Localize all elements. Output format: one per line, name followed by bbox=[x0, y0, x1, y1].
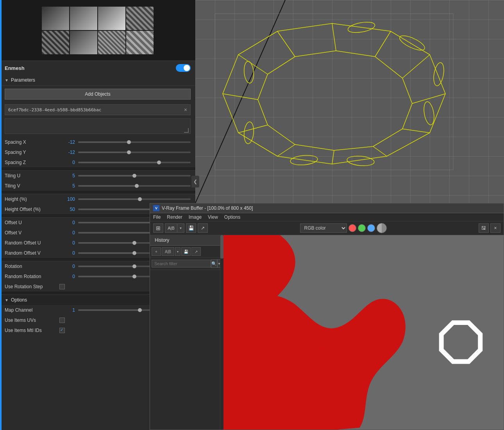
spacing-x-value: -12 bbox=[59, 139, 75, 145]
height-offset-label: Height Offset (%) bbox=[5, 207, 59, 212]
parameters-section-header[interactable]: ▼ Parameters bbox=[0, 75, 195, 86]
tiling-u-label: Tiling U bbox=[5, 173, 59, 178]
svg-line-12 bbox=[277, 31, 295, 57]
red-channel-dot[interactable] bbox=[349, 224, 356, 232]
random-rotation-value: 0 bbox=[59, 274, 75, 279]
add-frame-btn-group: ⊞ bbox=[153, 223, 163, 233]
viewport-svg bbox=[195, 0, 504, 203]
tiling-v-slider[interactable] bbox=[78, 185, 191, 187]
svg-line-0 bbox=[195, 0, 285, 203]
render-svg bbox=[223, 235, 504, 430]
svg-line-11 bbox=[238, 55, 268, 74]
save-icon: 💾 bbox=[188, 225, 194, 231]
use-items-uvs-label: Use Items UVs bbox=[5, 318, 59, 323]
render-canvas bbox=[223, 235, 504, 430]
vray-titlebar: V V-Ray Frame Buffer - [100.0% of 800 x … bbox=[150, 203, 504, 213]
exposure-dial[interactable] bbox=[377, 223, 387, 233]
use-items-mtl-checkbox[interactable] bbox=[59, 328, 65, 333]
spacing-y-label: Spacing Y bbox=[5, 150, 59, 155]
blue-channel-dot[interactable] bbox=[367, 224, 375, 232]
history-tab[interactable]: History bbox=[150, 235, 220, 246]
texture-cell bbox=[126, 7, 154, 30]
divider-1 bbox=[0, 168, 195, 171]
tiling-u-slider[interactable] bbox=[78, 175, 191, 177]
enmesh-title: Enmesh bbox=[5, 65, 25, 71]
height-value: 100 bbox=[59, 196, 75, 202]
save-close-button[interactable]: 🖫 bbox=[479, 223, 489, 233]
param-row-tiling-v: Tiling V 5 bbox=[0, 181, 195, 191]
enmesh-toggle[interactable] bbox=[176, 64, 191, 72]
tiling-u-value: 5 bbox=[59, 173, 75, 178]
texture-cell bbox=[70, 31, 97, 54]
menu-file[interactable]: File bbox=[153, 214, 161, 220]
add-frame-button[interactable]: ⊞ bbox=[153, 223, 163, 233]
random-offset-u-label: Random Offset U bbox=[5, 240, 59, 246]
collapse-panel-button[interactable]: ❮ bbox=[191, 176, 199, 187]
rgb-color-dropdown[interactable]: RGB color Alpha Luminance bbox=[300, 223, 347, 233]
texture-preview bbox=[0, 0, 195, 61]
vray-icon: V bbox=[153, 205, 159, 211]
enmesh-header: Enmesh bbox=[0, 61, 195, 75]
menu-render[interactable]: Render bbox=[167, 214, 182, 220]
svg-line-7 bbox=[332, 150, 334, 164]
menu-view[interactable]: View bbox=[208, 214, 218, 220]
param-row-spacing-x: Spacing X -12 bbox=[0, 137, 195, 147]
random-offset-v-label: Random Offset V bbox=[5, 250, 59, 256]
history-save-button[interactable]: 💾 bbox=[181, 247, 191, 256]
use-rotation-step-label: Use Rotation Step bbox=[5, 284, 59, 289]
history-toolbar: + A|B ▼ 💾 ↗ bbox=[150, 246, 220, 258]
vray-menu-bar: File Render Image View Options bbox=[150, 213, 504, 221]
map-channel-value: 1 bbox=[59, 307, 75, 313]
menu-options[interactable]: Options bbox=[224, 214, 240, 220]
offset-v-value: 0 bbox=[59, 230, 75, 236]
compare-button[interactable]: A|B bbox=[165, 223, 177, 233]
viewport-3d bbox=[195, 0, 504, 203]
map-channel-label: Map Channel bbox=[5, 307, 59, 313]
texture-cell bbox=[42, 7, 69, 30]
svg-line-1 bbox=[332, 23, 336, 51]
save-final-icon: 🖫 bbox=[481, 225, 486, 231]
param-row-spacing-z: Spacing Z 0 bbox=[0, 157, 195, 168]
compare-icon: A|B bbox=[168, 226, 175, 230]
spacing-x-slider[interactable] bbox=[78, 141, 191, 143]
compare-dropdown-arrow[interactable]: ▼ bbox=[177, 223, 184, 233]
close-buffer-button[interactable]: × bbox=[490, 223, 500, 233]
use-items-uvs-checkbox[interactable] bbox=[59, 318, 65, 323]
history-compare-button[interactable]: A|B bbox=[162, 247, 174, 256]
svg-line-3 bbox=[402, 55, 430, 78]
history-add-button[interactable]: + bbox=[152, 247, 161, 256]
export-button[interactable]: ↗ bbox=[198, 223, 208, 233]
texture-cell bbox=[42, 31, 69, 54]
offset-v-label: Offset V bbox=[5, 230, 59, 236]
texture-cell bbox=[126, 31, 154, 54]
search-filter-input[interactable] bbox=[152, 260, 211, 268]
random-rotation-label: Random Rotation bbox=[5, 274, 59, 279]
search-filter-row: 🔍 ▼ bbox=[150, 258, 220, 270]
save-image-button[interactable]: 💾 bbox=[186, 223, 196, 233]
compare-dropdown-icon: ▼ bbox=[179, 227, 182, 230]
divider-2 bbox=[0, 191, 195, 194]
search-button[interactable]: 🔍 bbox=[211, 259, 217, 268]
uuid-close-icon[interactable]: × bbox=[184, 107, 187, 113]
menu-image[interactable]: Image bbox=[189, 214, 202, 220]
compare-btn-group: A|B ▼ bbox=[165, 223, 184, 233]
history-export-button[interactable]: ↗ bbox=[191, 247, 201, 256]
render-output bbox=[223, 235, 504, 430]
spacing-y-slider[interactable] bbox=[78, 152, 191, 153]
svg-line-10 bbox=[223, 94, 258, 100]
history-compare-dropdown[interactable]: ▼ bbox=[175, 247, 181, 256]
add-objects-button[interactable]: Add Objects bbox=[5, 89, 191, 100]
uuid-text: 6cef7bdc-2338-4eed-b508-bbd853b66bac bbox=[8, 107, 184, 112]
param-row-spacing-y: Spacing Y -12 bbox=[0, 147, 195, 157]
uuid-extra-area bbox=[5, 118, 191, 134]
height-slider[interactable] bbox=[78, 198, 191, 200]
green-channel-dot[interactable] bbox=[358, 224, 366, 232]
use-rotation-step-checkbox[interactable] bbox=[59, 284, 65, 289]
toggle-knob bbox=[184, 65, 190, 71]
spacing-z-slider[interactable] bbox=[78, 162, 191, 163]
texture-grid bbox=[42, 7, 154, 54]
svg-line-8 bbox=[277, 145, 295, 156]
blue-accent-bar bbox=[0, 0, 2, 430]
random-offset-v-value: 0 bbox=[59, 250, 75, 256]
history-scrollbar[interactable] bbox=[220, 235, 223, 430]
